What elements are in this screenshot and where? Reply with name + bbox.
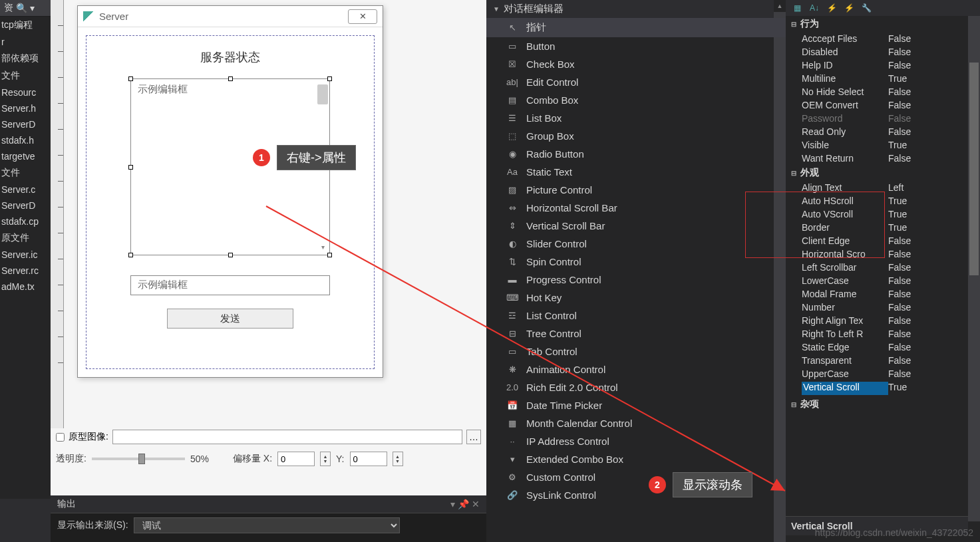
props-row[interactable]: Right Align TexFalse bbox=[786, 314, 980, 327]
props-row[interactable]: Help IDFalse bbox=[786, 59, 980, 72]
toolbox-item[interactable]: ⬚Group Box bbox=[486, 127, 786, 145]
scroll-up-icon[interactable]: ▲ bbox=[774, 0, 786, 12]
props-row[interactable]: Read OnlyFalse bbox=[786, 125, 980, 138]
spinner-y[interactable]: ▲▼ bbox=[393, 452, 403, 466]
prop-value[interactable]: False bbox=[888, 262, 980, 273]
offset-x-input[interactable] bbox=[277, 452, 315, 466]
file-item[interactable]: 文件 bbox=[0, 164, 51, 182]
prop-value[interactable]: True bbox=[888, 382, 968, 395]
props-group-header[interactable]: ⊟杂项 bbox=[786, 396, 980, 412]
prop-value[interactable]: False bbox=[888, 275, 980, 286]
prop-value[interactable]: True bbox=[888, 222, 980, 233]
prop-value[interactable]: True bbox=[888, 209, 980, 219]
prop-value[interactable]: True bbox=[888, 196, 980, 206]
lightning-icon[interactable]: ⚡ bbox=[843, 2, 855, 14]
file-item[interactable]: 文件 bbox=[0, 67, 51, 84]
props-icon[interactable]: ⚡ bbox=[826, 2, 838, 14]
prop-value[interactable]: False bbox=[888, 86, 980, 97]
output-src-select[interactable]: 调试 bbox=[134, 517, 400, 533]
toolbox-item[interactable]: ❋Animation Control bbox=[486, 360, 786, 378]
output-panel-controls[interactable]: ▾ 📌 ✕ bbox=[450, 499, 480, 509]
file-item[interactable]: stdafx.cp bbox=[0, 213, 51, 229]
prop-value[interactable]: True bbox=[888, 73, 980, 84]
proto-checkbox[interactable] bbox=[56, 433, 65, 442]
toolbox-item[interactable]: ab|Edit Control bbox=[486, 73, 786, 91]
props-scrollbar[interactable] bbox=[968, 16, 980, 521]
props-row[interactable]: LowerCaseFalse bbox=[786, 274, 980, 287]
file-item[interactable]: targetve bbox=[0, 148, 51, 164]
toolbox-item[interactable]: ⇅Spin Control bbox=[486, 253, 786, 271]
props-row[interactable]: Acccept FilesFalse bbox=[786, 32, 980, 45]
prop-value[interactable]: False bbox=[888, 235, 980, 246]
wrench-icon[interactable]: 🔧 bbox=[860, 2, 872, 14]
edit-control-small[interactable]: 示例编辑框 bbox=[130, 275, 330, 295]
toolbox-item[interactable]: ▨Picture Control bbox=[486, 181, 786, 199]
prop-value[interactable]: False bbox=[888, 342, 980, 352]
toolbox-item[interactable]: ▾Extended Combo Box bbox=[486, 450, 786, 468]
toolbox-item[interactable]: ··IP Address Control bbox=[486, 432, 786, 450]
prop-value[interactable]: False bbox=[888, 47, 980, 57]
props-group-header[interactable]: ⊟外观 bbox=[786, 165, 980, 181]
toolbox-item[interactable]: AaStatic Text bbox=[486, 163, 786, 181]
toolbox-item[interactable]: 📅Date Time Picker bbox=[486, 396, 786, 414]
toolbox-header[interactable]: ▼ 对话框编辑器 bbox=[486, 0, 786, 18]
toolbox-item[interactable]: ▬Progress Control bbox=[486, 271, 786, 289]
opacity-slider[interactable] bbox=[92, 458, 185, 460]
search-icon[interactable]: 🔍 ▾ bbox=[16, 3, 35, 13]
toolbox-item[interactable]: ⇕Vertical Scroll Bar bbox=[486, 217, 786, 235]
toolbox-item[interactable]: ◐Slider Control bbox=[486, 235, 786, 253]
browse-button[interactable]: … bbox=[466, 430, 481, 444]
props-row[interactable]: Modal FrameFalse bbox=[786, 287, 980, 301]
props-row[interactable]: VisibleTrue bbox=[786, 138, 980, 152]
props-group-header[interactable]: ⊟行为 bbox=[786, 16, 980, 32]
prop-value[interactable]: False bbox=[888, 153, 980, 164]
toolbox-item[interactable]: ⇔Horizontal Scroll Bar bbox=[486, 199, 786, 217]
prop-value[interactable]: False bbox=[888, 113, 980, 124]
prop-value[interactable]: False bbox=[888, 355, 980, 366]
toolbox-item[interactable]: ↖指针 bbox=[486, 18, 786, 37]
file-item[interactable]: Server.c bbox=[0, 182, 51, 198]
expand-icon[interactable]: ⊟ bbox=[791, 170, 796, 177]
props-row[interactable]: UpperCaseFalse bbox=[786, 367, 980, 380]
prop-value[interactable]: False bbox=[888, 368, 980, 379]
file-item[interactable]: Server.ic bbox=[0, 247, 51, 263]
prop-value[interactable]: False bbox=[888, 302, 980, 313]
file-item[interactable]: Server.rc bbox=[0, 263, 51, 279]
scroll-down-icon[interactable]: ▾ bbox=[317, 241, 328, 252]
close-icon[interactable]: ✕ bbox=[348, 9, 377, 24]
spinner-x[interactable]: ▲▼ bbox=[320, 452, 331, 466]
toolbox-item[interactable]: ⊟Tree Control bbox=[486, 325, 786, 342]
expand-icon[interactable]: ⊟ bbox=[791, 401, 796, 408]
file-item[interactable]: 部依赖项 bbox=[0, 50, 51, 67]
file-item[interactable]: 原文件 bbox=[0, 229, 51, 247]
prop-value[interactable]: Left bbox=[888, 182, 980, 193]
props-row[interactable]: Static EdgeFalse bbox=[786, 340, 980, 354]
file-item[interactable]: adMe.tx bbox=[0, 279, 51, 295]
toolbox-item[interactable]: ⌨Hot Key bbox=[486, 289, 786, 307]
props-scroll-thumb[interactable] bbox=[969, 63, 979, 275]
toolbox-item[interactable]: ☲List Control bbox=[486, 307, 786, 325]
prop-value[interactable]: False bbox=[888, 315, 980, 326]
prop-value[interactable]: True bbox=[888, 140, 980, 150]
props-row[interactable]: No Hide SelectFalse bbox=[786, 85, 980, 98]
props-row[interactable]: Left ScrollbarFalse bbox=[786, 261, 980, 274]
props-row[interactable]: MultilineTrue bbox=[786, 72, 980, 85]
props-row[interactable]: NumberFalse bbox=[786, 301, 980, 314]
prop-value[interactable]: False bbox=[888, 249, 980, 259]
toolbox-item[interactable]: ☒Check Box bbox=[486, 55, 786, 73]
alphabetize-icon[interactable]: A↓ bbox=[808, 2, 820, 14]
dialog-preview-window[interactable]: Server ✕ 服务器状态 示例编辑框 ▾ 示例编辑框 发送 bbox=[77, 5, 383, 378]
collapse-icon[interactable]: ▼ bbox=[493, 5, 500, 13]
file-item[interactable]: r bbox=[0, 34, 51, 50]
proto-path-input[interactable] bbox=[112, 430, 462, 444]
toolbox-item[interactable]: ▤Combo Box bbox=[486, 91, 786, 109]
toolbox-item[interactable]: ▦Month Calendar Control bbox=[486, 414, 786, 432]
prop-value[interactable]: False bbox=[888, 100, 980, 110]
file-item[interactable]: Server.h bbox=[0, 100, 51, 116]
file-item[interactable]: ServerD bbox=[0, 116, 51, 132]
toolbox-item[interactable]: ◉Radio Button bbox=[486, 145, 786, 163]
props-row[interactable]: Right To Left RFalse bbox=[786, 327, 980, 340]
prop-value[interactable]: False bbox=[888, 33, 980, 44]
file-item[interactable]: Resourc bbox=[0, 84, 51, 100]
categorize-icon[interactable]: ▦ bbox=[791, 2, 803, 14]
